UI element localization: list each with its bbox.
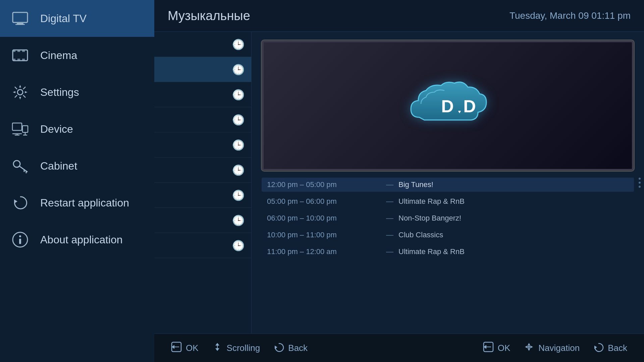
program-item[interactable]: 10:00 pm – 11:00 pm — Club Classics xyxy=(262,228,634,242)
program-name: Club Classics xyxy=(398,231,443,239)
scrolling-label: Scrolling xyxy=(227,343,260,353)
scrollbar-dots xyxy=(639,178,641,188)
program-name: Big Tunes! xyxy=(398,180,433,189)
ok-icon-right xyxy=(483,342,494,355)
channel-row[interactable]: 🕒 xyxy=(154,233,251,258)
program-time: 11:00 pm – 12:00 am xyxy=(267,247,381,256)
svg-rect-4 xyxy=(13,50,15,52)
back-icon-right xyxy=(593,342,604,355)
channel-row[interactable]: 🕒 xyxy=(154,107,251,132)
sidebar-label-cinema: Cinema xyxy=(40,49,77,62)
svg-marker-33 xyxy=(215,348,219,351)
back-icon-left xyxy=(273,342,284,355)
svg-rect-7 xyxy=(13,59,15,61)
program-dash: — xyxy=(386,214,393,223)
sidebar-label-digital-tv: Digital TV xyxy=(40,12,87,25)
sidebar-item-settings[interactable]: Settings xyxy=(0,74,154,111)
program-time: 10:00 pm – 11:00 pm xyxy=(267,231,381,239)
svg-rect-6 xyxy=(22,50,25,52)
history-icon: 🕒 xyxy=(232,215,245,226)
svg-point-18 xyxy=(13,161,20,167)
channel-title: Музыкальные xyxy=(168,9,250,23)
svg-rect-12 xyxy=(22,126,28,132)
sidebar-item-device[interactable]: Device xyxy=(0,111,154,147)
svg-rect-5 xyxy=(17,50,20,52)
svg-text:♥: ♥ xyxy=(458,109,461,114)
program-name: Ultimate Rap & RnB xyxy=(398,197,465,206)
program-item[interactable]: 05:00 pm – 06:00 pm — Ultimate Rap & RnB xyxy=(262,194,634,208)
bottom-controls-left: OK Scrolling xyxy=(171,342,308,355)
scroll-dot xyxy=(639,182,641,184)
program-name: Ultimate Rap & RnB xyxy=(398,247,465,256)
svg-text:D: D xyxy=(441,97,454,116)
back-label-left: Back xyxy=(288,343,308,353)
sidebar-label-settings: Settings xyxy=(40,86,79,99)
program-item[interactable]: 11:00 pm – 12:00 am — Ultimate Rap & RnB xyxy=(262,245,634,259)
history-icon: 🕒 xyxy=(232,240,245,251)
restart-icon xyxy=(10,193,30,213)
channel-row[interactable]: 🕒 xyxy=(154,132,251,158)
tv-icon xyxy=(10,8,30,28)
channel-row[interactable]: 🕒 xyxy=(154,183,251,208)
back-label-right: Back xyxy=(608,343,627,353)
sidebar-item-restart[interactable]: Restart application xyxy=(0,184,154,221)
history-icon: 🕒 xyxy=(232,114,245,126)
channel-row[interactable]: 🕒 xyxy=(154,158,251,183)
navigation-control: Navigation xyxy=(524,342,580,355)
scrolling-control: Scrolling xyxy=(212,342,260,355)
device-icon xyxy=(10,119,30,139)
channel-row[interactable]: 🕒 xyxy=(154,57,251,82)
svg-point-24 xyxy=(19,235,21,237)
svg-line-19 xyxy=(19,166,28,172)
svg-marker-44 xyxy=(594,346,597,349)
program-list: 12:00 pm – 05:00 pm — Big Tunes! 05:00 p… xyxy=(262,178,634,259)
content-body: 🕒 🕒 🕒 🕒 🕒 🕒 🕒 xyxy=(154,32,644,334)
sidebar-label-cabinet: Cabinet xyxy=(40,160,77,172)
svg-point-10 xyxy=(17,89,23,95)
back-control-left: Back xyxy=(273,342,308,355)
ok-control-right: OK xyxy=(483,342,511,355)
ok-icon-left xyxy=(171,342,182,355)
history-icon: 🕒 xyxy=(232,64,245,75)
program-dash: — xyxy=(386,197,393,206)
svg-rect-11 xyxy=(12,123,22,130)
channel-row[interactable]: 🕒 xyxy=(154,82,251,107)
back-control-right: Back xyxy=(593,342,627,355)
channel-row[interactable]: 🕒 xyxy=(154,32,251,57)
scroll-dot xyxy=(639,186,641,188)
channel-list: 🕒 🕒 🕒 🕒 🕒 🕒 🕒 xyxy=(154,32,252,334)
scroll-dot xyxy=(639,178,641,180)
svg-point-43 xyxy=(528,346,530,348)
svg-rect-8 xyxy=(17,59,20,61)
program-time: 05:00 pm – 06:00 pm xyxy=(267,197,381,206)
sidebar-item-digital-tv[interactable]: Digital TV xyxy=(0,0,154,37)
preview-panel: D ♥ D 12:00 pm – 05:00 pm — Big Tunes! xyxy=(252,32,644,334)
program-time: 06:00 pm – 10:00 pm xyxy=(267,214,381,223)
bottom-controls-right: OK Navigation xyxy=(483,342,627,355)
info-icon xyxy=(10,230,30,250)
sidebar-label-restart: Restart application xyxy=(40,197,129,209)
history-icon: 🕒 xyxy=(232,139,245,151)
channel-row[interactable]: 🕒 xyxy=(154,208,251,233)
sidebar-item-about[interactable]: About application xyxy=(0,221,154,258)
sidebar-item-cinema[interactable]: Cinema xyxy=(0,37,154,74)
svg-rect-25 xyxy=(19,239,21,244)
history-icon: 🕒 xyxy=(232,189,245,201)
history-icon: 🕒 xyxy=(232,39,245,50)
sidebar-item-cabinet[interactable]: Cabinet xyxy=(0,147,154,184)
svg-marker-42 xyxy=(530,346,533,348)
history-icon: 🕒 xyxy=(232,164,245,176)
datetime: Tuesday, March 09 01:11 pm xyxy=(509,10,631,21)
program-item[interactable]: 12:00 pm – 05:00 pm — Big Tunes! xyxy=(262,178,634,192)
program-item[interactable]: 06:00 pm – 10:00 pm — Non-Stop Bangerz! xyxy=(262,211,634,225)
sidebar-label-about: About application xyxy=(40,234,123,246)
program-dash: — xyxy=(386,231,393,239)
ok-label-left: OK xyxy=(186,343,199,353)
navigation-icon xyxy=(524,342,534,355)
svg-marker-22 xyxy=(14,199,17,203)
sidebar: Digital TV Cinema xyxy=(0,0,154,362)
svg-marker-32 xyxy=(215,343,219,346)
content-area: Музыкальные Tuesday, March 09 01:11 pm 🕒… xyxy=(154,0,644,362)
program-dash: — xyxy=(386,180,393,189)
svg-rect-0 xyxy=(13,12,28,22)
